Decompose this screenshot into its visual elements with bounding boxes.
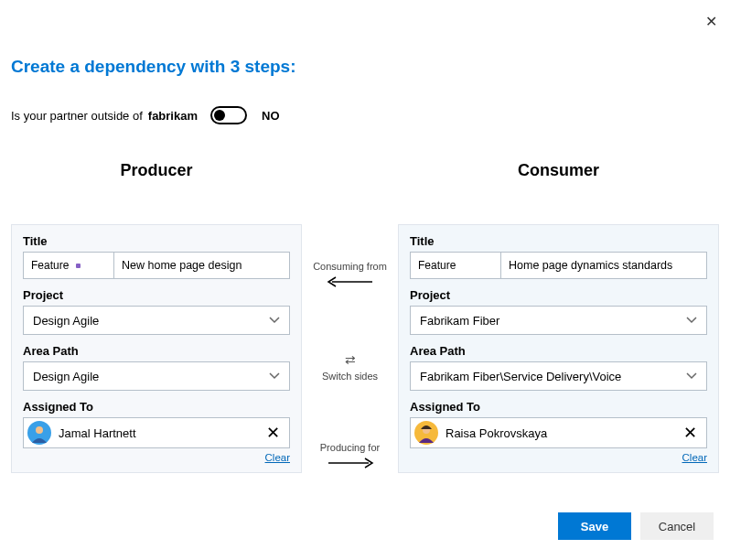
- partner-toggle[interactable]: [210, 106, 247, 124]
- producer-assignee-name: Jamal Hartnett: [59, 426, 136, 440]
- consumer-area-value: Fabrikam Fiber\Service Delivery\Voice: [420, 370, 621, 383]
- producer-project-value: Design Agile: [33, 314, 99, 328]
- consumer-title-input[interactable]: Home page dynamics standards: [501, 252, 707, 279]
- page-title: Create a dependency with 3 steps:: [11, 57, 719, 77]
- consumer-assignee-name: Raisa Pokrovskaya: [446, 426, 547, 440]
- consumer-assignee-field[interactable]: Raisa Pokrovskaya ✕: [410, 417, 707, 448]
- close-icon[interactable]: ✕: [705, 13, 717, 30]
- clear-assignee-icon[interactable]: ✕: [680, 423, 701, 443]
- toggle-state: NO: [262, 109, 280, 123]
- partner-org: fabrikam: [148, 109, 198, 123]
- svg-point-1: [36, 426, 43, 434]
- consumer-area-label: Area Path: [410, 344, 707, 358]
- consumer-area-select[interactable]: Fabrikam Fiber\Service Delivery\Voice: [410, 361, 707, 391]
- consumer-project-value: Fabrikam Fiber: [420, 314, 499, 328]
- consumer-project-select[interactable]: Fabrikam Fiber: [410, 306, 707, 335]
- partner-question-prefix: Is your partner outside of: [11, 109, 143, 123]
- cancel-button[interactable]: Cancel: [640, 512, 714, 540]
- producer-project-select[interactable]: Design Agile: [23, 306, 290, 335]
- producer-area-select[interactable]: Design Agile: [23, 361, 290, 391]
- switch-sides-label: Switch sides: [322, 371, 378, 382]
- producer-panel: Title Feature New home page design Proje…: [11, 224, 302, 473]
- producer-clear-link[interactable]: Clear: [23, 452, 290, 463]
- consumer-title-label: Title: [410, 234, 707, 248]
- consumer-project-label: Project: [410, 288, 707, 302]
- producer-assigned-label: Assigned To: [23, 400, 290, 414]
- consumer-panel: Title Feature Home page dynamics standar…: [398, 224, 719, 473]
- producer-area-value: Design Agile: [33, 370, 99, 383]
- producer-assignee-field[interactable]: Jamal Hartnett ✕: [23, 417, 290, 448]
- consumer-title-type-text: Feature: [418, 259, 456, 272]
- producer-project-label: Project: [23, 288, 290, 302]
- producer-heading: Producer: [11, 161, 302, 180]
- chevron-down-icon: [686, 315, 697, 326]
- avatar: [27, 421, 51, 445]
- consuming-from-label: Consuming from: [313, 261, 387, 272]
- consumer-clear-link[interactable]: Clear: [410, 452, 707, 463]
- middle-column: Consuming from ⇄ Switch sides Producing …: [302, 224, 398, 473]
- chevron-down-icon: [269, 315, 280, 326]
- feature-color-dot: [76, 264, 81, 268]
- arrow-left-icon: [325, 275, 376, 288]
- arrow-right-icon: [325, 457, 376, 469]
- consumer-assigned-label: Assigned To: [410, 400, 707, 414]
- producer-title-input[interactable]: New home page design: [114, 252, 290, 279]
- producing-for-label: Producing for: [320, 442, 380, 453]
- consumer-heading: Consumer: [398, 161, 719, 180]
- swap-icon[interactable]: ⇄: [345, 352, 356, 367]
- producer-title-label: Title: [23, 234, 290, 248]
- partner-row: Is your partner outside of fabrikam NO: [11, 106, 719, 124]
- avatar: [414, 421, 438, 445]
- producer-title-type[interactable]: Feature: [23, 252, 114, 279]
- save-button[interactable]: Save: [558, 512, 631, 540]
- chevron-down-icon: [686, 371, 697, 382]
- clear-assignee-icon[interactable]: ✕: [263, 423, 284, 443]
- chevron-down-icon: [269, 371, 280, 382]
- producer-title-type-text: Feature: [31, 259, 69, 272]
- producer-area-label: Area Path: [23, 344, 290, 358]
- toggle-knob: [214, 110, 225, 121]
- consumer-title-type[interactable]: Feature: [410, 252, 501, 279]
